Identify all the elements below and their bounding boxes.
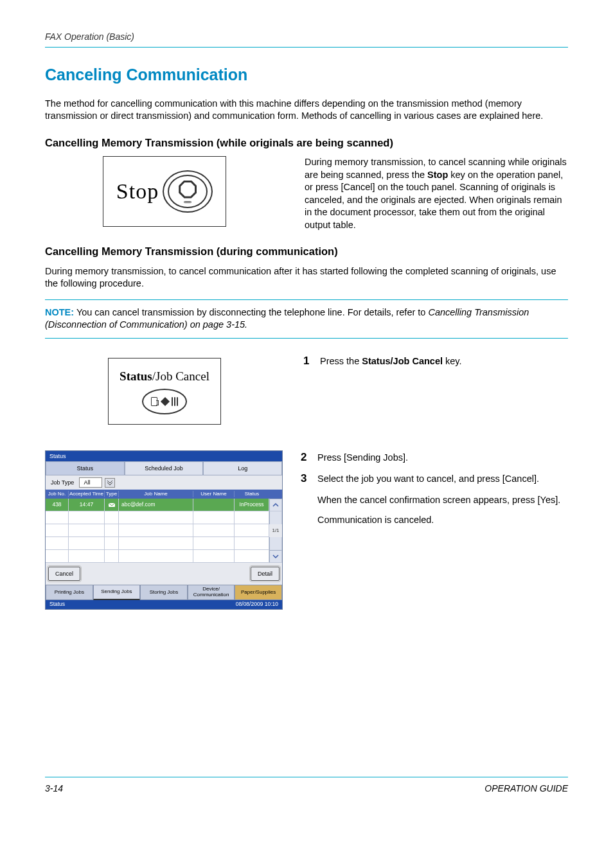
section1-heading: Cancelling Memory Transmission (while or… — [45, 136, 568, 150]
step-2-text: Press [Sending Jobs]. — [317, 452, 568, 465]
chevron-down-icon — [272, 554, 279, 559]
panel-footer-status: Status — [49, 601, 65, 608]
section1-body: During memory transmission, to cancel sc… — [305, 156, 568, 231]
job-type-icon — [105, 499, 119, 511]
header-rule — [45, 47, 568, 48]
scroll-down-button[interactable] — [269, 550, 282, 563]
page-indicator: 1/1 — [269, 524, 282, 537]
status-job-cancel-key-figure: Status/Job Cancel — [45, 354, 284, 425]
sjc-key-label: Status/Job Cancel — [120, 368, 209, 385]
table-row — [46, 511, 282, 524]
page-number: 3-14 — [45, 783, 63, 795]
table-row — [46, 537, 282, 550]
section2-heading: Cancelling Memory Transmission (during c… — [45, 244, 568, 258]
tab-status[interactable]: Status — [46, 461, 125, 475]
sjc-key-icon — [142, 389, 187, 414]
chevron-down-icon — [107, 480, 112, 485]
note-label: NOTE: — [45, 307, 74, 317]
page-title: Canceling Communication — [45, 64, 568, 86]
table-row: 1/1 — [46, 524, 282, 537]
cancel-button[interactable]: Cancel — [48, 567, 80, 581]
stop-key-label: Stop — [116, 177, 159, 206]
page-footer: 3-14 OPERATION GUIDE — [45, 777, 568, 795]
step-3-sub-a: When the cancel confirmation screen appe… — [317, 494, 568, 507]
table-row[interactable]: 438 14:47 abc@def.com InProcess — [46, 499, 282, 511]
step-3-text: Select the job you want to cancel, and p… — [317, 473, 568, 486]
tab-printing-jobs[interactable]: Printing Jobs — [46, 585, 93, 600]
job-type-label: Job Type — [48, 479, 76, 486]
job-type-select[interactable]: All — [79, 477, 102, 488]
step-3-number: 3 — [301, 472, 317, 486]
section2-intro: During memory transmission, to cancel co… — [45, 265, 568, 290]
tab-device-communication[interactable]: Device/ Communication — [188, 585, 235, 600]
step-1-text: Press the Status/Job Cancel key. — [320, 355, 568, 368]
tab-scheduled[interactable]: Scheduled Job — [125, 461, 204, 475]
detail-button[interactable]: Detail — [251, 567, 280, 581]
stop-key-figure: Stop — [45, 156, 284, 227]
running-header: FAX Operation (Basic) — [45, 31, 568, 43]
table-header-row: Job No. Accepted Time Type Job Name User… — [46, 490, 282, 499]
step-2-number: 2 — [301, 450, 317, 465]
chevron-up-icon — [272, 502, 279, 508]
table-row — [46, 550, 282, 563]
stop-key-button-icon — [163, 170, 213, 213]
scroll-up-button[interactable] — [269, 499, 282, 511]
panel-footer-datetime: 08/08/2009 10:10 — [236, 601, 278, 608]
intro-paragraph: The method for cancelling communication … — [45, 98, 568, 123]
step-3-sub-b: Communication is canceled. — [317, 514, 568, 527]
step-1-number: 1 — [303, 354, 320, 369]
tab-paper-supplies[interactable]: Paper/Supplies — [235, 585, 282, 600]
touch-panel-screenshot: Status Status Scheduled Job Log Job Type… — [45, 450, 283, 610]
note-block: NOTE: You can cancel transmission by dis… — [45, 299, 568, 339]
tab-log[interactable]: Log — [203, 461, 282, 475]
tab-storing-jobs[interactable]: Storing Jobs — [140, 585, 188, 600]
tab-sending-jobs[interactable]: Sending Jobs — [93, 585, 141, 600]
job-type-dropdown-button[interactable] — [105, 478, 115, 488]
footer-guide-label: OPERATION GUIDE — [484, 783, 568, 795]
panel-titlebar: Status — [46, 451, 282, 461]
